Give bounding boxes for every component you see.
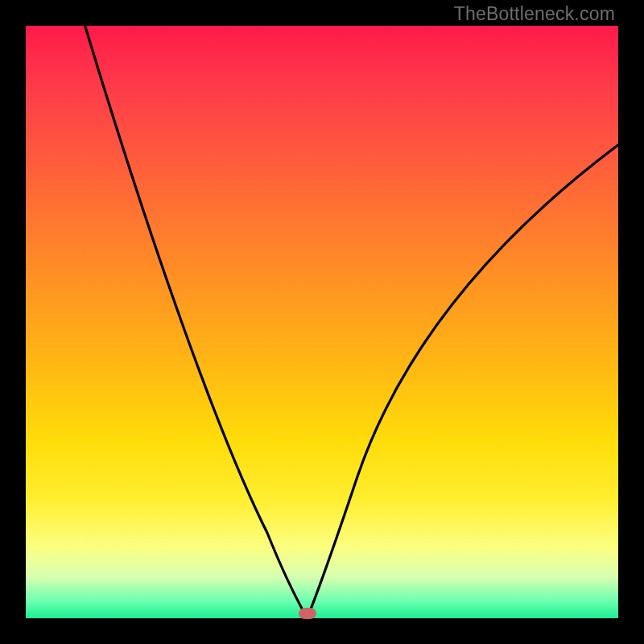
plot-area xyxy=(26,26,618,618)
frame-border-left xyxy=(0,0,26,644)
curve-path xyxy=(85,26,618,618)
frame-border-bottom xyxy=(0,618,644,644)
chart-stage: TheBottleneck.com xyxy=(0,0,644,644)
frame-border-right xyxy=(618,0,644,644)
frame-border-top xyxy=(0,0,644,26)
min-marker xyxy=(299,608,316,619)
bottleneck-curve xyxy=(26,26,618,618)
